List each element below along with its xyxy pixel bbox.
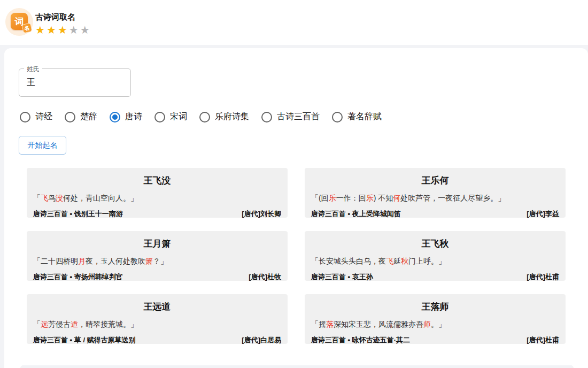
result-meta: 唐诗三百首 • 草 / 赋得古原草送别 [唐代]白居易: [33, 335, 281, 345]
quote-highlight-char: 秋: [401, 257, 408, 265]
category-radio-label: 乐府诗集: [215, 111, 249, 122]
result-quote: 「二十四桥明月夜，玉人何处教吹箫？」: [33, 257, 281, 266]
quote-text: 。」: [431, 320, 446, 328]
quote-highlight-char: 何: [393, 194, 400, 202]
quote-text: 「二十四桥明: [33, 257, 78, 265]
page-title: 古诗词取名: [35, 12, 91, 22]
result-source: 唐诗三百首 • 咏怀古迹五首·其二: [311, 335, 410, 345]
result-name: 王远道: [33, 301, 281, 313]
app-header: 词 名 古诗词取名 ★★★★★: [0, 0, 588, 45]
title-block: 古诗词取名 ★★★★★: [35, 12, 91, 35]
quote-text: 延: [393, 257, 401, 265]
quote-text: 一作：回: [336, 194, 366, 202]
main-panel: 姓氏 诗经 楚辞 唐诗 宋词 乐府诗集 古诗三百首 著名辞赋 开始起名 王飞没 …: [4, 48, 588, 368]
category-radio-label: 诗经: [35, 111, 52, 122]
category-radio-label: 楚辞: [80, 111, 97, 122]
quote-text: 深知宋玉悲，风流儒雅亦吾: [334, 320, 423, 328]
result-meta: 唐诗三百首 • 饯别王十一南游 [唐代]刘长卿: [33, 209, 281, 219]
quote-highlight-char: 道: [71, 320, 78, 328]
result-author: [唐代]刘长卿: [242, 209, 281, 219]
quote-text: 「: [33, 320, 41, 328]
category-radio-option[interactable]: 古诗三百首: [261, 111, 320, 122]
quote-text: ？」: [153, 257, 168, 265]
result-card: 王飞没 「飞鸟没何处，青山空向人。」 唐诗三百首 • 饯别王十一南游 [唐代]刘…: [27, 168, 288, 218]
result-name: 王落师: [311, 301, 559, 313]
result-quote: 「(回乐一作：回乐) 不知何处吹芦管，一夜征人尽望乡。」: [311, 194, 559, 203]
result-source: 唐诗三百首 • 夜上受降城闻笛: [311, 209, 401, 219]
radio-circle-icon: [20, 112, 30, 122]
result-author: [唐代]白居易: [242, 335, 281, 345]
quote-text: ，晴翠接荒城。」: [78, 320, 138, 328]
quote-highlight-char: 远: [41, 320, 48, 328]
result-quote: 「飞鸟没何处，青山空向人。」: [33, 194, 281, 203]
result-source: 唐诗三百首 • 饯别王十一南游: [33, 209, 123, 219]
quote-text: 处吹芦管，一夜征人尽望乡。」: [400, 194, 505, 202]
result-quote: 「远芳侵古道，晴翠接荒城。」: [33, 320, 281, 329]
category-radio-option[interactable]: 著名辞赋: [332, 111, 382, 122]
star-empty-icon[interactable]: ★: [69, 24, 80, 36]
start-naming-button[interactable]: 开始起名: [19, 136, 66, 155]
quote-text: 夜，玉人何处教吹: [86, 257, 145, 265]
category-radio-label: 著名辞赋: [347, 111, 382, 122]
quote-text: 门上呼。」: [408, 257, 446, 265]
category-radio-group: 诗经 楚辞 唐诗 宋词 乐府诗集 古诗三百首 著名辞赋: [20, 111, 588, 122]
logo-badge-glyph: 名: [21, 22, 32, 33]
result-quote: 「摇落深知宋玉悲，风流儒雅亦吾师。」: [311, 320, 559, 329]
radio-circle-icon: [332, 112, 343, 122]
star-filled-icon[interactable]: ★: [47, 24, 58, 36]
result-source: 唐诗三百首 • 寄扬州韩绰判官: [33, 272, 123, 282]
category-radio-label: 古诗三百首: [277, 111, 320, 122]
radio-circle-icon: [261, 112, 272, 122]
surname-field-label: 姓氏: [24, 65, 42, 74]
result-source: 唐诗三百首 • 哀王孙: [311, 272, 373, 282]
quote-highlight-char: 飞: [41, 194, 48, 202]
quote-text: 鸟: [48, 194, 56, 202]
result-card: 王乐何 「(回乐一作：回乐) 不知何处吹芦管，一夜征人尽望乡。」 唐诗三百首 •…: [305, 168, 566, 218]
result-meta: 唐诗三百首 • 夜上受降城闻笛 [唐代]李益: [311, 209, 559, 219]
category-radio-option[interactable]: 楚辞: [65, 111, 97, 122]
star-filled-icon[interactable]: ★: [35, 24, 47, 36]
quote-highlight-char: 落: [326, 320, 334, 328]
category-radio-label: 唐诗: [125, 111, 142, 122]
result-name: 王乐何: [311, 174, 559, 187]
quote-text: 「(回: [311, 194, 329, 202]
result-card: 王落师 「摇落深知宋玉悲，风流儒雅亦吾师。」 唐诗三百首 • 咏怀古迹五首·其二…: [305, 294, 566, 344]
quote-text: 何处，青山空向人。」: [63, 194, 138, 202]
quote-text: ) 不知: [374, 194, 393, 202]
result-author: [唐代]李益: [527, 209, 559, 219]
surname-field[interactable]: 姓氏: [19, 68, 131, 97]
quote-highlight-char: 没: [56, 194, 63, 202]
result-author: [唐代]杜甫: [527, 272, 559, 282]
category-radio-option[interactable]: 宋词: [154, 111, 187, 122]
category-radio-option[interactable]: 乐府诗集: [199, 111, 249, 122]
quote-highlight-char: 师: [423, 320, 431, 328]
results-grid: 王飞没 「飞鸟没何处，青山空向人。」 唐诗三百首 • 饯别王十一南游 [唐代]刘…: [27, 168, 566, 344]
result-meta: 唐诗三百首 • 寄扬州韩绰判官 [唐代]杜牧: [33, 272, 281, 282]
result-name: 王飞秋: [311, 237, 559, 250]
next-section-edge: [20, 365, 574, 368]
result-card: 王月箫 「二十四桥明月夜，玉人何处教吹箫？」 唐诗三百首 • 寄扬州韩绰判官 […: [27, 231, 288, 281]
radio-circle-icon: [110, 112, 120, 122]
star-empty-icon[interactable]: ★: [80, 24, 91, 36]
radio-circle-icon: [199, 112, 210, 122]
quote-highlight-char: 月: [78, 257, 86, 265]
quote-text: 芳侵古: [48, 320, 71, 328]
quote-text: 「摇: [311, 320, 326, 328]
category-radio-option[interactable]: 唐诗: [110, 111, 142, 122]
quote-highlight-char: 乐: [329, 194, 336, 202]
radio-circle-icon: [65, 112, 75, 122]
result-quote: 「长安城头头白乌，夜飞延秋门上呼。」: [311, 257, 559, 266]
result-meta: 唐诗三百首 • 咏怀古迹五首·其二 [唐代]杜甫: [311, 335, 559, 345]
rating-stars[interactable]: ★★★★★: [35, 25, 91, 35]
category-radio-label: 宋词: [170, 111, 187, 122]
result-source: 唐诗三百首 • 草 / 赋得古原草送别: [33, 335, 136, 345]
result-meta: 唐诗三百首 • 哀王孙 [唐代]杜甫: [311, 272, 559, 282]
quote-highlight-char: 箫: [145, 257, 153, 265]
category-radio-option[interactable]: 诗经: [20, 111, 52, 122]
result-card: 王远道 「远芳侵古道，晴翠接荒城。」 唐诗三百首 • 草 / 赋得古原草送别 […: [27, 294, 288, 344]
radio-circle-icon: [154, 112, 165, 122]
quote-text: 「长安城头头白乌，夜: [311, 257, 386, 265]
result-name: 王飞没: [33, 174, 281, 187]
star-filled-icon[interactable]: ★: [58, 24, 69, 36]
quote-text: 「: [33, 194, 41, 202]
